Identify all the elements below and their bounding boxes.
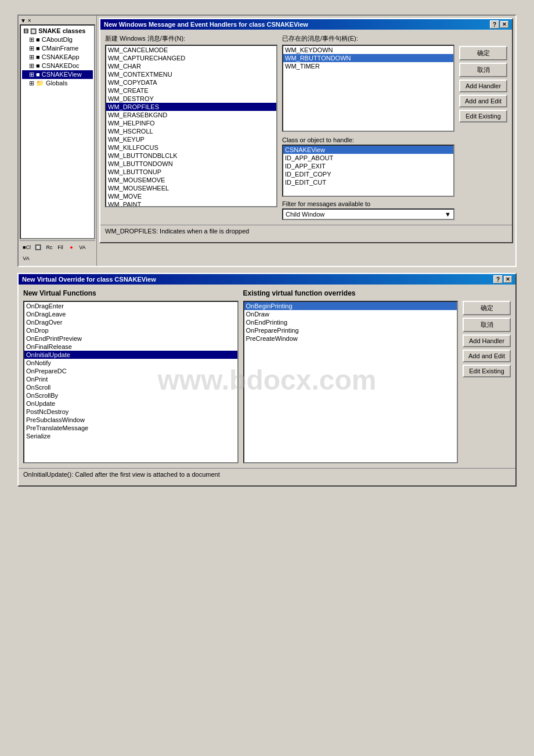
list-item[interactable]: WM_COPYDATA bbox=[106, 78, 276, 87]
list-item-wm-dropfiles[interactable]: WM_DROPFILES bbox=[106, 103, 276, 111]
existing-virtual-label: Existing virtual function overrides bbox=[243, 289, 459, 298]
add-and-edit-button[interactable]: Add and Edit bbox=[459, 95, 507, 107]
list-item-ondragenter[interactable]: OnDragEnter bbox=[24, 302, 237, 310]
list-item-csnakeview[interactable]: CSNAKEView bbox=[283, 146, 453, 154]
list-item[interactable]: WM_LBUTTONUP bbox=[106, 168, 276, 176]
dialog2-window: New Virtual Override for class CSNAKEVie… bbox=[17, 273, 517, 487]
tree-item-csnakeapp[interactable]: ⊞ ■ CSNAKEApp bbox=[22, 53, 93, 62]
edit-existing-button[interactable]: Edit Existing bbox=[459, 110, 507, 123]
toolbar-cl[interactable]: ■Cl bbox=[21, 242, 33, 253]
new-messages-list[interactable]: WM_CANCELMODE WM_CAPTURECHANGED WM_CHAR … bbox=[105, 45, 277, 207]
plus-icon: ⊞ bbox=[29, 62, 34, 69]
list-item[interactable]: WM_LBUTTONDOWN bbox=[106, 160, 276, 168]
close-button-2[interactable]: ✕ bbox=[504, 276, 512, 283]
list-item-onscrollby[interactable]: OnScrollBy bbox=[24, 391, 237, 399]
plus-icon: ⊞ bbox=[29, 45, 34, 52]
dialog1-buttons: 确定 取消 Add Handler Add and Edit Edit Exis… bbox=[459, 34, 507, 220]
toolbar-sw[interactable]: 🔲 bbox=[33, 242, 44, 253]
list-item[interactable]: WM_CAPTURECHANGED bbox=[106, 54, 276, 62]
list-item[interactable]: WM_HSCROLL bbox=[106, 127, 276, 135]
list-item[interactable]: WM_CHAR bbox=[106, 62, 276, 70]
list-item-onprint[interactable]: OnPrint bbox=[24, 375, 237, 383]
list-item-onscroll[interactable]: OnScroll bbox=[24, 383, 237, 391]
list-item-pretranslatemessage[interactable]: PreTranslateMessage bbox=[24, 424, 237, 432]
class-object-list[interactable]: CSNAKEView ID_APP_ABOUT ID_APP_EXIT ID_E… bbox=[282, 145, 454, 197]
list-item-wm-rbuttondown[interactable]: WM_RBUTTONDOWN bbox=[283, 54, 453, 62]
toolbar-rc[interactable]: Rc bbox=[44, 242, 55, 253]
existing-messages-list[interactable]: WM_KEYDOWN WM_RBUTTONDOWN WM_TIMER bbox=[282, 45, 454, 132]
tree-item-cmainframe[interactable]: ⊞ ■ CMainFrame bbox=[22, 44, 93, 53]
list-item-onbeginprinting[interactable]: OnBeginPrinting bbox=[244, 302, 457, 310]
list-item-onendprintpreview[interactable]: OnEndPrintPreview bbox=[24, 334, 237, 343]
add-and-edit-button-2[interactable]: Add and Edit bbox=[463, 350, 511, 362]
tree-item-caboutdlg[interactable]: ⊞ ■ CAboutDlg bbox=[22, 35, 93, 44]
list-item-ondragleave[interactable]: OnDragLeave bbox=[24, 310, 237, 318]
help-button-2[interactable]: ? bbox=[493, 275, 503, 283]
list-item[interactable]: WM_MOUSEMOVE bbox=[106, 176, 276, 184]
list-item-wm-timer[interactable]: WM_TIMER bbox=[283, 62, 453, 70]
dialog2-buttons: 确定 取消 Add Handler Add and Edit Edit Exis… bbox=[463, 289, 511, 463]
ok-button-2[interactable]: 确定 bbox=[463, 301, 511, 315]
tree-root: ⊟ 🔲 SNAKE classes bbox=[22, 27, 93, 35]
add-handler-button[interactable]: Add Handler bbox=[459, 80, 507, 92]
list-item-id-app-exit[interactable]: ID_APP_EXIT bbox=[283, 162, 453, 170]
dialog1-titlebar: New Windows Message and Event Handlers f… bbox=[100, 19, 512, 30]
list-item[interactable]: WM_MOUSEWHEEL bbox=[106, 184, 276, 192]
list-item[interactable]: WM_ERASEBKGND bbox=[106, 111, 276, 119]
list-item-onendprinting[interactable]: OnEndPrinting bbox=[244, 318, 457, 326]
list-item-id-edit-cut[interactable]: ID_EDIT_CUT bbox=[283, 178, 453, 186]
cancel-button[interactable]: 取消 bbox=[459, 63, 507, 77]
tree-item-csnakeview[interactable]: ⊞ ■ CSNAKEView bbox=[22, 70, 93, 79]
tree-item-csnakedoc[interactable]: ⊞ ■ CSNAKEDoc bbox=[22, 62, 93, 70]
plus-icon: ⊞ bbox=[29, 53, 34, 60]
toolbar-fil[interactable]: Fil bbox=[55, 242, 66, 253]
dialog2-status: OnInitialUpdate(): Called after the firs… bbox=[19, 468, 515, 485]
dialog2-title: New Virtual Override for class CSNAKEVie… bbox=[22, 276, 156, 283]
list-item[interactable]: WM_KILLFOCUS bbox=[106, 143, 276, 152]
minus-icon: ⊟ bbox=[23, 27, 28, 34]
list-item-onnotify[interactable]: OnNotify bbox=[24, 359, 237, 367]
list-item-id-edit-copy[interactable]: ID_EDIT_COPY bbox=[283, 170, 453, 178]
list-item[interactable]: WM_CONTEXTMENU bbox=[106, 70, 276, 78]
list-item[interactable]: WM_KEYUP bbox=[106, 135, 276, 143]
list-item-serialize[interactable]: Serialize bbox=[24, 432, 237, 440]
existing-virtual-list[interactable]: OnBeginPrinting OnDraw OnEndPrinting OnP… bbox=[243, 301, 459, 463]
list-item-presubclasswindow[interactable]: PreSubclassWindow bbox=[24, 416, 237, 424]
toolbar-dot[interactable]: ● bbox=[66, 242, 77, 253]
close-button[interactable]: ✕ bbox=[500, 21, 508, 28]
cancel-button-2[interactable]: 取消 bbox=[463, 318, 511, 332]
plus-icon: ⊞ bbox=[29, 36, 34, 43]
toolbar-va1[interactable]: VA bbox=[77, 242, 88, 253]
list-item[interactable]: WM_DESTROY bbox=[106, 95, 276, 103]
list-item[interactable]: WM_HELPINFO bbox=[106, 119, 276, 127]
new-virtual-list[interactable]: OnDragEnter OnDragLeave OnDragOver OnDro… bbox=[23, 301, 239, 463]
list-item-precreatewindow[interactable]: PreCreateWindow bbox=[244, 334, 457, 343]
list-item-onfinalrelease[interactable]: OnFinalRelease bbox=[24, 343, 237, 351]
ok-button[interactable]: 确定 bbox=[459, 46, 507, 60]
edit-existing-button-2[interactable]: Edit Existing bbox=[463, 365, 511, 377]
toolbar-va2[interactable]: VA bbox=[21, 253, 31, 264]
list-item-ondrop[interactable]: OnDrop bbox=[24, 326, 237, 334]
list-item[interactable]: WM_PAINT bbox=[106, 200, 276, 207]
list-item-wm-keydown[interactable]: WM_KEYDOWN bbox=[283, 46, 453, 54]
list-item-onprepareprinting[interactable]: OnPreparePrinting bbox=[244, 326, 457, 334]
new-virtual-label: New Virtual Functions bbox=[23, 289, 239, 298]
list-item-ondragover[interactable]: OnDragOver bbox=[24, 318, 237, 326]
list-item[interactable]: WM_CREATE bbox=[106, 87, 276, 95]
list-item-oninitialupdate[interactable]: OnInitialUpdate bbox=[24, 351, 237, 359]
help-button[interactable]: ? bbox=[490, 20, 499, 28]
list-item-id-app-about[interactable]: ID_APP_ABOUT bbox=[283, 154, 453, 162]
list-item-postncdestroy[interactable]: PostNcDestroy bbox=[24, 408, 237, 416]
list-item[interactable]: WM_MOVE bbox=[106, 192, 276, 200]
list-item-onpreparedc[interactable]: OnPrepareDC bbox=[24, 367, 237, 375]
list-item-onupdate[interactable]: OnUpdate bbox=[24, 399, 237, 408]
add-handler-button-2[interactable]: Add Handler bbox=[463, 334, 511, 347]
dialog1-status: WM_DROPFILES: Indicates when a file is d… bbox=[100, 225, 512, 242]
list-item-ondraw[interactable]: OnDraw bbox=[244, 310, 457, 318]
list-item[interactable]: WM_CANCELMODE bbox=[106, 46, 276, 54]
filter-label: Filter for messages available to bbox=[282, 200, 370, 207]
filter-dropdown[interactable]: Child Window ▼ bbox=[282, 208, 454, 220]
tree-item-globals[interactable]: ⊞ 📁 Globals bbox=[22, 79, 93, 88]
list-item[interactable]: WM_LBUTTONDBLCLK bbox=[106, 152, 276, 160]
dialog1-window: New Windows Message and Event Handlers f… bbox=[99, 18, 513, 243]
